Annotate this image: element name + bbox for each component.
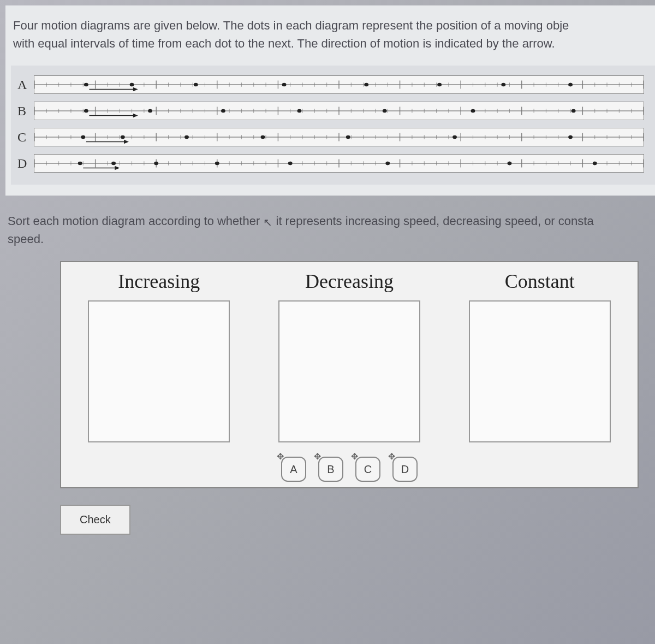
sort-area: Increasing Decreasing Constant ✥ A ✥ B — [60, 261, 639, 488]
svg-marker-183 — [124, 140, 129, 144]
svg-point-55 — [282, 83, 287, 87]
question-intro: Four motion diagrams are given below. Th… — [11, 16, 655, 62]
diagram-label: C — [16, 130, 34, 145]
svg-point-240 — [288, 162, 293, 166]
motion-diagrams-container: ABCD — [11, 66, 655, 185]
draggables-row: ✥ A ✥ B ✥ C ✥ D — [72, 457, 627, 482]
draggable-label: B — [327, 463, 334, 476]
question-line-2: with equal intervals of time from each d… — [13, 37, 555, 50]
cursor-icon: ↖ — [263, 214, 272, 231]
diagram-row-b: B — [16, 102, 650, 120]
svg-point-116 — [221, 109, 225, 113]
svg-point-59 — [568, 83, 573, 87]
draggable-a[interactable]: ✥ A — [281, 457, 306, 482]
svg-point-241 — [385, 162, 390, 166]
motion-diagram — [34, 75, 644, 94]
svg-point-118 — [383, 109, 387, 113]
sort-instruction-a: Sort each motion diagram according to wh… — [8, 214, 260, 228]
svg-point-114 — [84, 109, 88, 113]
svg-point-176 — [121, 135, 125, 139]
svg-marker-245 — [115, 166, 120, 170]
motion-diagram — [34, 154, 644, 173]
category-title-increasing: Increasing — [72, 270, 246, 293]
category-decreasing: Decreasing — [263, 270, 437, 442]
diagram-label: B — [16, 104, 34, 119]
svg-point-57 — [437, 83, 442, 87]
question-panel: Four motion diagrams are given below. Th… — [5, 5, 655, 196]
svg-point-119 — [471, 109, 475, 113]
svg-point-242 — [508, 162, 512, 166]
svg-point-238 — [154, 162, 158, 166]
draggable-label: D — [401, 463, 409, 476]
sort-instruction-b: it represents increasing speed, decreasi… — [276, 214, 594, 228]
svg-point-120 — [571, 109, 576, 113]
check-button[interactable]: Check — [60, 505, 130, 535]
category-constant: Constant — [452, 270, 627, 442]
motion-diagram — [34, 128, 644, 146]
sort-instruction: Sort each motion diagram according to wh… — [5, 212, 655, 256]
categories-row: Increasing Decreasing Constant — [72, 270, 627, 442]
question-line-1: Four motion diagrams are given below. Th… — [13, 19, 569, 32]
drop-target-increasing[interactable] — [88, 300, 230, 442]
svg-point-175 — [81, 135, 85, 139]
svg-point-181 — [568, 135, 573, 139]
svg-point-179 — [346, 135, 350, 139]
svg-point-58 — [501, 83, 505, 87]
draggable-label: C — [364, 463, 372, 476]
category-title-constant: Constant — [452, 270, 627, 293]
svg-point-115 — [148, 109, 152, 113]
svg-point-236 — [78, 162, 82, 166]
svg-point-178 — [261, 135, 265, 139]
svg-point-180 — [452, 135, 457, 139]
svg-marker-61 — [133, 87, 138, 92]
svg-point-54 — [194, 83, 198, 87]
draggable-b[interactable]: ✥ B — [318, 457, 343, 482]
diagram-row-c: C — [16, 128, 650, 146]
drop-target-constant[interactable] — [469, 300, 611, 442]
move-icon: ✥ — [314, 452, 324, 462]
move-icon: ✥ — [351, 452, 361, 462]
check-button-label: Check — [80, 513, 111, 525]
category-increasing: Increasing — [72, 270, 246, 442]
category-title-decreasing: Decreasing — [263, 270, 437, 293]
motion-diagram — [34, 102, 644, 120]
svg-marker-122 — [133, 114, 138, 118]
sort-panel: Sort each motion diagram according to wh… — [5, 212, 655, 535]
svg-point-177 — [184, 135, 189, 139]
diagram-row-d: D — [16, 154, 650, 173]
diagram-row-a: A — [16, 75, 650, 94]
svg-point-243 — [593, 162, 597, 166]
drop-target-decreasing[interactable] — [278, 300, 420, 442]
diagram-label: A — [16, 78, 34, 92]
diagram-label: D — [16, 156, 34, 171]
move-icon: ✥ — [388, 452, 398, 462]
move-icon: ✥ — [277, 452, 287, 462]
svg-point-237 — [111, 162, 116, 166]
draggable-c[interactable]: ✥ C — [355, 457, 380, 482]
svg-point-239 — [215, 162, 219, 166]
svg-point-56 — [364, 83, 368, 87]
svg-point-53 — [130, 83, 134, 87]
draggable-label: A — [290, 463, 297, 476]
svg-point-117 — [297, 109, 302, 113]
draggable-d[interactable]: ✥ D — [392, 457, 418, 482]
svg-point-52 — [84, 83, 88, 87]
sort-instruction-c: speed. — [8, 232, 44, 246]
